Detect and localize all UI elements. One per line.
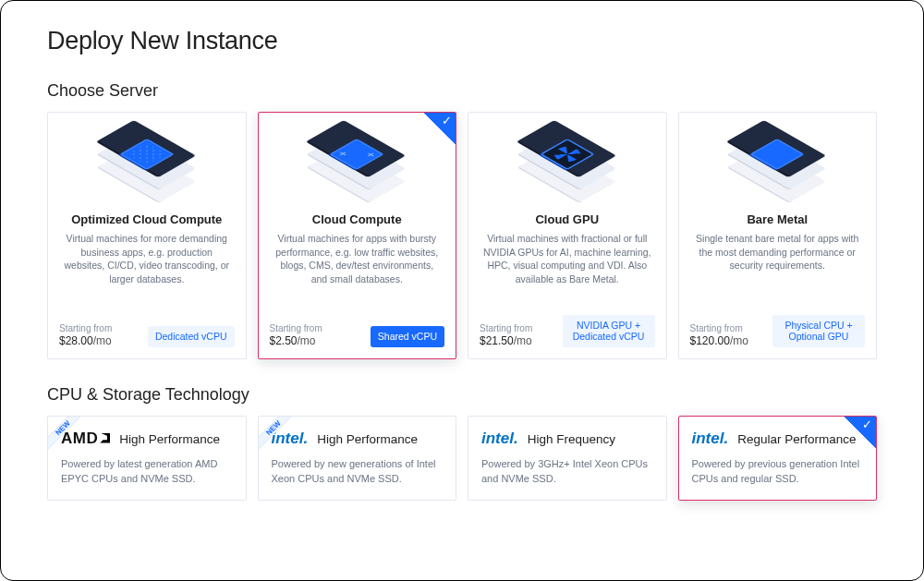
tech-card-title: High Performance bbox=[119, 432, 220, 446]
tech-card-intel-high-performance[interactable]: NEW intel High Performance Powered by ne… bbox=[258, 416, 457, 501]
server-illustration: GPU bbox=[480, 122, 655, 207]
choose-server-heading: Choose Server bbox=[47, 81, 877, 101]
server-card-title: Cloud Compute bbox=[270, 212, 445, 226]
server-card-price: $21.50 bbox=[480, 334, 532, 347]
tech-card-title: High Performance bbox=[317, 432, 418, 446]
server-illustration bbox=[270, 122, 445, 207]
server-illustration bbox=[690, 122, 866, 207]
new-ribbon: NEW bbox=[48, 417, 87, 455]
server-card-tag: NVIDIA GPU + Dedicated vCPU bbox=[563, 315, 655, 347]
server-row: Optimized Cloud Compute Virtual machines… bbox=[47, 112, 877, 359]
starting-from-label: Starting from bbox=[270, 322, 322, 334]
new-ribbon: NEW bbox=[259, 417, 298, 455]
intel-logo: intel bbox=[481, 430, 518, 448]
tech-card-title: High Frequency bbox=[528, 432, 615, 446]
server-card-tag: Dedicated vCPU bbox=[148, 326, 235, 347]
server-illustration bbox=[59, 122, 235, 207]
starting-from-label: Starting from bbox=[690, 322, 748, 334]
server-card-price: $120.00 bbox=[690, 334, 748, 347]
server-card-desc: Virtual machines for more demanding busi… bbox=[59, 232, 235, 315]
tech-card-desc: Powered by latest generation AMD EPYC CP… bbox=[61, 457, 233, 487]
server-card-tag: Shared vCPU bbox=[371, 326, 444, 347]
intel-logo: intel bbox=[692, 430, 729, 448]
starting-from-label: Starting from bbox=[59, 322, 112, 334]
server-card-title: Bare Metal bbox=[690, 212, 866, 226]
starting-from-label: Starting from bbox=[480, 322, 532, 334]
tech-card-desc: Powered by new generations of Intel Xeon… bbox=[272, 457, 444, 487]
tech-row: NEW AMD High Performance Powered by late… bbox=[47, 416, 877, 501]
server-card-desc: Single tenant bare metal for apps with t… bbox=[690, 232, 866, 308]
server-card-title: Optimized Cloud Compute bbox=[59, 212, 235, 226]
tech-card-desc: Powered by 3GHz+ Intel Xeon CPUs and NVM… bbox=[481, 457, 653, 487]
cpu-storage-heading: CPU & Storage Technology bbox=[47, 385, 877, 405]
server-card-price: $28.00 bbox=[59, 334, 112, 347]
tech-card-desc: Powered by previous generation Intel CPU… bbox=[692, 457, 864, 487]
server-card-optimized[interactable]: Optimized Cloud Compute Virtual machines… bbox=[47, 112, 247, 359]
server-card-price: $2.50 bbox=[270, 334, 322, 347]
tech-card-intel-high-frequency[interactable]: intel High Frequency Powered by 3GHz+ In… bbox=[468, 416, 667, 501]
server-card-desc: Virtual machines for apps with bursty pe… bbox=[270, 232, 445, 315]
server-card-tag: Physical CPU + Optional GPU bbox=[772, 315, 865, 347]
server-card-cloud-gpu[interactable]: GPU Cloud GPU Virtual machines with frac… bbox=[468, 112, 667, 359]
server-card-desc: Virtual machines with fractional or full… bbox=[480, 232, 655, 308]
server-card-title: Cloud GPU bbox=[480, 212, 655, 226]
server-card-bare-metal[interactable]: Bare Metal Single tenant bare metal for … bbox=[678, 112, 878, 359]
server-card-cloud-compute[interactable]: Cloud Compute Virtual machines for apps … bbox=[258, 112, 457, 359]
page-title: Deploy New Instance bbox=[47, 27, 877, 55]
tech-card-amd-high-performance[interactable]: NEW AMD High Performance Powered by late… bbox=[47, 416, 247, 501]
tech-card-intel-regular-performance[interactable]: intel Regular Performance Powered by pre… bbox=[678, 416, 878, 501]
tech-card-title: Regular Performance bbox=[737, 432, 856, 446]
